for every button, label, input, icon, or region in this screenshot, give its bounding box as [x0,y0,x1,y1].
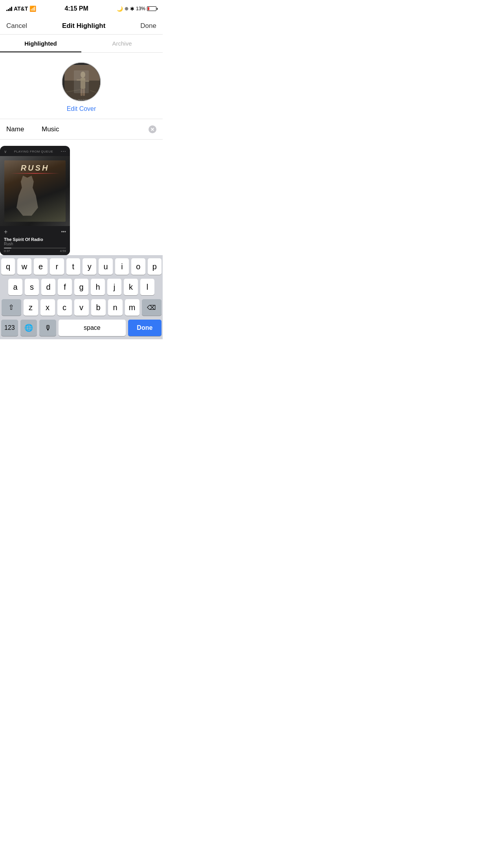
shift-key[interactable]: ⇧ [2,299,21,316]
cover-image[interactable]: The Spirit Of Radio Rush [62,62,101,101]
keyboard-row-1: q w e r t y u i o p [1,258,161,275]
svg-rect-8 [81,89,83,96]
album-art-inner: RUSH [4,160,66,222]
location-icon: ⊕ [125,6,128,11]
content-area: ∨ PLAYING FROM QUEUE ⋯ RUSH + ••• The Sp… [0,146,163,255]
numbers-key[interactable]: 123 [1,320,18,336]
key-c[interactable]: c [57,299,72,316]
moon-icon: 🌙 [117,6,123,12]
album-artist-text: RUSH [21,164,50,173]
key-j[interactable]: j [107,279,121,295]
status-right: 🌙 ⊕ ✱ 13% [117,6,156,12]
globe-key[interactable]: 🌐 [20,320,37,336]
microphone-icon: 🎙 [44,324,51,332]
svg-rect-7 [85,81,89,82]
globe-icon: 🌐 [24,324,33,332]
keyboard-row-3: ⇧ z x c v b n m ⌫ [1,299,161,316]
key-i[interactable]: i [115,258,129,275]
key-q[interactable]: q [1,258,15,275]
done-nav-button[interactable]: Done [140,22,156,30]
key-z[interactable]: z [24,299,38,316]
key-l[interactable]: l [140,279,154,295]
player-from-queue-label: PLAYING FROM QUEUE [14,150,53,153]
status-bar: AT&T 📶 4:15 PM 🌙 ⊕ ✱ 13% [0,0,163,17]
music-player-card: ∨ PLAYING FROM QUEUE ⋯ RUSH + ••• The Sp… [0,146,70,255]
carrier-label: AT&T [14,6,28,12]
tab-highlighted[interactable]: Highlighted [0,35,81,52]
key-v[interactable]: v [74,299,89,316]
key-y[interactable]: y [83,258,96,275]
svg-rect-5 [81,78,85,89]
name-row: Name [0,119,163,140]
wifi-icon: 📶 [29,6,36,12]
album-line [10,173,59,174]
key-f[interactable]: f [58,279,72,295]
keyboard: q w e r t y u i o p a s d f g h j k l ⇧ … [0,255,163,339]
album-figure [17,176,38,216]
cover-section: The Spirit Of Radio Rush Edit Cover [0,53,163,119]
key-m[interactable]: m [125,299,139,316]
keyboard-done-button[interactable]: Done [128,320,161,336]
key-x[interactable]: x [40,299,55,316]
name-label: Name [6,125,42,133]
key-d[interactable]: d [41,279,55,295]
player-song-title: The Spirit Of Radio [4,237,66,242]
progress-fill [4,248,11,248]
key-g[interactable]: g [74,279,88,295]
progress-bar[interactable] [4,248,66,248]
key-h[interactable]: h [91,279,105,295]
key-n[interactable]: n [108,299,123,316]
nav-bar: Cancel Edit Highlight Done [0,17,163,35]
player-progress: 0:37 4:59 [4,248,66,253]
key-w[interactable]: w [17,258,31,275]
key-u[interactable]: u [99,258,112,275]
bluetooth-icon: ✱ [130,6,134,12]
player-top-bar: ∨ PLAYING FROM QUEUE ⋯ [0,146,70,156]
space-key[interactable]: space [59,320,126,336]
microphone-key[interactable]: 🎙 [39,320,56,336]
svg-rect-6 [77,79,81,81]
status-left: AT&T 📶 [6,6,36,12]
key-b[interactable]: b [91,299,106,316]
key-o[interactable]: o [131,258,145,275]
status-time: 4:15 PM [64,5,88,12]
cover-placeholder: The Spirit Of Radio Rush [62,63,100,101]
delete-key[interactable]: ⌫ [142,299,161,316]
name-input[interactable] [42,125,149,133]
player-artist: Rush [4,242,66,246]
key-s[interactable]: s [25,279,39,295]
key-t[interactable]: t [66,258,80,275]
edit-cover-button[interactable]: Edit Cover [67,105,96,112]
album-art: RUSH [0,156,70,226]
player-info: + ••• The Spirit Of Radio Rush 0:37 4:59 [0,226,70,255]
progress-times: 0:37 4:59 [4,249,66,253]
key-r[interactable]: r [50,258,64,275]
player-more-icon[interactable]: ⋯ [61,148,66,154]
key-p[interactable]: p [148,258,161,275]
svg-rect-3 [64,65,100,81]
shift-icon: ⇧ [8,303,14,312]
key-a[interactable]: a [8,279,22,295]
keyboard-row-2: a s d f g h j k l [1,279,161,295]
player-chevron-icon[interactable]: ∨ [4,149,7,154]
svg-rect-2 [64,81,100,100]
cancel-button[interactable]: Cancel [6,22,27,30]
key-e[interactable]: e [34,258,48,275]
total-time: 4:59 [60,249,66,253]
battery-percent: 13% [136,6,145,11]
player-add-icon[interactable]: + [4,228,7,235]
clear-input-button[interactable] [149,125,156,133]
signal-icon [6,6,12,11]
battery-icon [147,6,156,11]
player-menu-icon[interactable]: ••• [61,229,66,235]
svg-point-4 [81,72,85,78]
keyboard-row-4: 123 🌐 🎙 space Done [1,320,161,336]
player-controls: + ••• [4,228,66,235]
tabs-container: Highlighted Archive [0,35,163,53]
tab-archive[interactable]: Archive [81,35,163,52]
current-time: 0:37 [4,249,10,253]
key-k[interactable]: k [124,279,138,295]
svg-rect-9 [83,89,85,96]
delete-icon: ⌫ [147,304,156,311]
page-title: Edit Highlight [62,22,105,30]
